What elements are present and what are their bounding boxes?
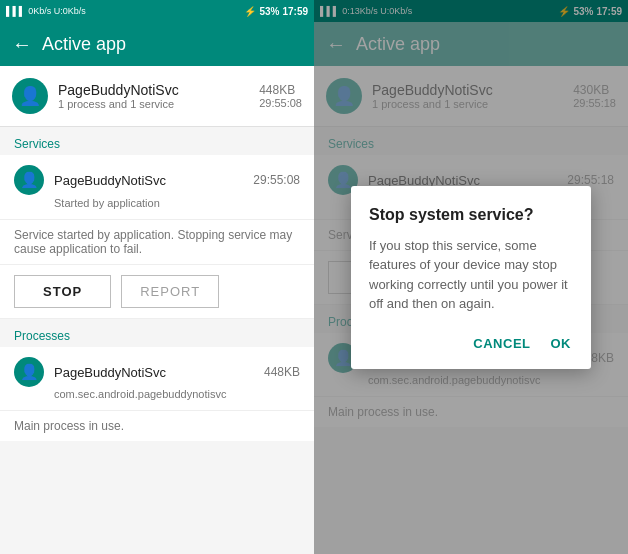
service-started-1: Started by application (14, 197, 300, 209)
stop-button-1[interactable]: STOP (14, 275, 111, 308)
app-bar-1: ← Active app (0, 22, 314, 66)
app-header-1: 👤 PageBuddyNotiSvc 1 process and 1 servi… (0, 66, 314, 127)
button-row-1: STOP REPORT (0, 265, 314, 319)
app-subtitle-1: 1 process and 1 service (58, 98, 249, 110)
stop-service-dialog: Stop system service? If you stop this se… (351, 186, 591, 369)
process-item-1: 👤 PageBuddyNotiSvc 448KB com.sec.android… (0, 347, 314, 411)
process-sub-1: com.sec.android.pagebuddynotisvc (14, 388, 300, 400)
process-icon-1: 👤 (14, 357, 44, 387)
process-row-1: 👤 PageBuddyNotiSvc 448KB (14, 357, 300, 387)
processes-section-header-1: Processes (0, 319, 314, 347)
network-speed: 0Kb/s U:0Kb/s (28, 6, 86, 16)
app-name-1: PageBuddyNotiSvc (58, 82, 249, 98)
back-button-1[interactable]: ← (12, 33, 32, 56)
process-size-1: 448KB (264, 365, 300, 379)
status-bar-left-1: ▌▌▌ 0Kb/s U:0Kb/s (6, 6, 86, 16)
time-display: 17:59 (282, 6, 308, 17)
battery-percent: 53% (259, 6, 279, 17)
dialog-buttons: CANCEL OK (369, 332, 573, 355)
dialog-title: Stop system service? (369, 206, 573, 224)
app-stats-1: 448KB 29:55:08 (259, 83, 302, 109)
signal-icon: ▌▌▌ (6, 6, 25, 16)
service-row-1: 👤 PageBuddyNotiSvc 29:55:08 (14, 165, 300, 195)
screen-1: ▌▌▌ 0Kb/s U:0Kb/s ⚡ 53% 17:59 ← Active a… (0, 0, 314, 554)
dialog-overlay: Stop system service? If you stop this se… (314, 0, 628, 554)
warning-text-1: Service started by application. Stopping… (0, 220, 314, 265)
app-size-1: 448KB (259, 83, 302, 97)
service-icon-1: 👤 (14, 165, 44, 195)
screen-2: ▌▌▌ 0:13Kb/s U:0Kb/s ⚡ 53% 17:59 ← Activ… (314, 0, 628, 554)
services-section-header-1: Services (0, 127, 314, 155)
app-bar-title-1: Active app (42, 34, 126, 55)
status-bar-right-1: ⚡ 53% 17:59 (244, 6, 308, 17)
service-item-1: 👤 PageBuddyNotiSvc 29:55:08 Started by a… (0, 155, 314, 220)
app-icon-1: 👤 (12, 78, 48, 114)
process-name-1: PageBuddyNotiSvc (54, 365, 254, 380)
dialog-ok-button[interactable]: OK (549, 332, 574, 355)
app-time-1: 29:55:08 (259, 97, 302, 109)
dialog-body: If you stop this service, some features … (369, 236, 573, 314)
dialog-cancel-button[interactable]: CANCEL (471, 332, 532, 355)
status-bar-1: ▌▌▌ 0Kb/s U:0Kb/s ⚡ 53% 17:59 (0, 0, 314, 22)
battery-icon: ⚡ (244, 6, 256, 17)
service-name-1: PageBuddyNotiSvc (54, 173, 243, 188)
main-process-text-1: Main process in use. (0, 411, 314, 441)
app-info-1: PageBuddyNotiSvc 1 process and 1 service (58, 82, 249, 110)
service-time-1: 29:55:08 (253, 173, 300, 187)
report-button-1[interactable]: REPORT (121, 275, 219, 308)
content-1: 👤 PageBuddyNotiSvc 1 process and 1 servi… (0, 66, 314, 554)
